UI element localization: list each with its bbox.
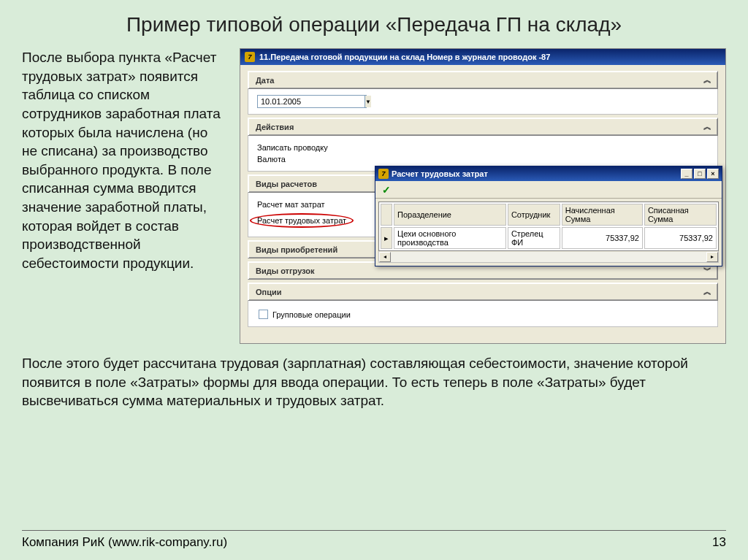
section-header-options[interactable]: Опции ︽ <box>248 283 718 301</box>
minimize-button[interactable]: _ <box>681 169 692 179</box>
labor-costs-grid[interactable]: Поразделение Сотрудник Начисленная Сумма… <box>378 202 719 251</box>
footer-company: Компания РиК (www.rik-company.ru) <box>22 535 227 550</box>
action-currency[interactable]: Валюта <box>257 153 709 165</box>
section-content-date: ▼ <box>248 89 718 115</box>
bottom-description: После этого будет рассчитана трудовая (з… <box>0 344 748 416</box>
actions-label: Действия <box>256 123 294 131</box>
scroll-left-button[interactable]: ◂ <box>379 252 391 262</box>
group-ops-checkbox[interactable] <box>259 310 268 319</box>
popup-toolbar: ✓ <box>375 181 722 199</box>
grid-scrollbar[interactable]: ◂ ▸ <box>378 251 719 263</box>
scroll-track[interactable] <box>391 252 706 262</box>
cell-written[interactable]: 75337,92 <box>644 227 717 249</box>
check-icon: ✓ <box>382 184 391 196</box>
col-accrued[interactable]: Начисленная Сумма <box>562 204 643 226</box>
collapse-icon: ︽ <box>703 121 710 132</box>
calc-labor-highlight: Расчет трудовых затрат <box>257 216 346 225</box>
date-input[interactable]: ▼ <box>257 95 367 108</box>
date-label: Дата <box>256 76 274 85</box>
collapse-icon: ︽ <box>703 286 710 297</box>
maximize-button[interactable]: □ <box>694 169 706 179</box>
col-dept[interactable]: Поразделение <box>394 204 506 226</box>
grid-indicator-header <box>381 204 392 226</box>
col-emp[interactable]: Сотрудник <box>508 204 560 226</box>
calc-types-label: Виды расчетов <box>256 180 317 188</box>
scroll-right-button[interactable]: ▸ <box>706 252 718 262</box>
labor-costs-popup: 7 Расчет трудовых затрат _ □ × ✓ Поразде… <box>375 166 722 266</box>
section-content-options: Групповые операции <box>248 301 718 327</box>
popup-titlebar[interactable]: 7 Расчет трудовых затрат _ □ × <box>375 166 722 181</box>
app-icon: 7 <box>245 52 255 62</box>
expand-icon: ︾ <box>703 265 710 276</box>
acq-types-label: Виды приобретений <box>256 245 337 254</box>
row-indicator-icon: ▸ <box>381 227 392 249</box>
footer-page-number: 13 <box>712 535 726 550</box>
section-header-actions[interactable]: Действия ︽ <box>248 118 718 136</box>
cell-emp[interactable]: Стрелец ФИ <box>508 227 560 249</box>
popup-icon: 7 <box>378 169 389 179</box>
window-buttons: _ □ × <box>681 169 719 179</box>
slide-footer: Компания РиК (www.rik-company.ru) 13 <box>22 530 726 550</box>
group-ops-row[interactable]: Групповые операции <box>257 307 709 321</box>
col-written[interactable]: Списанная Сумма <box>644 204 717 226</box>
slide-title: Пример типовой операции «Передача ГП на … <box>0 0 748 42</box>
popup-title-text: Расчет трудовых затрат <box>392 169 488 178</box>
app-window: 7 11.Передача готовой продукции на склад… <box>240 48 726 344</box>
section-header-date[interactable]: Дата ︽ <box>248 71 718 89</box>
collapse-icon: ︽ <box>703 74 710 85</box>
close-button[interactable]: × <box>707 169 719 179</box>
options-label: Опции <box>256 288 282 296</box>
cell-dept[interactable]: Цехи основного производства <box>394 227 506 249</box>
left-description: После выбора пункта «Расчет трудовых зат… <box>22 48 226 344</box>
action-write-entry[interactable]: Записать проводку <box>257 142 709 153</box>
content-row: После выбора пункта «Расчет трудовых зат… <box>0 42 748 344</box>
ship-types-label: Виды отгрузок <box>256 266 315 275</box>
cell-accrued[interactable]: 75337,92 <box>562 227 643 249</box>
app-title-text: 11.Передача готовой продукции на склад Н… <box>259 53 550 61</box>
table-row[interactable]: ▸ Цехи основного производства Стрелец ФИ… <box>381 227 717 249</box>
group-ops-label: Групповые операции <box>272 310 351 319</box>
popup-grid-wrap: Поразделение Сотрудник Начисленная Сумма… <box>375 199 722 266</box>
app-titlebar: 7 11.Передача готовой продукции на склад… <box>240 49 725 65</box>
date-field[interactable] <box>258 96 365 107</box>
date-dropdown-button[interactable]: ▼ <box>365 96 371 107</box>
confirm-button[interactable]: ✓ <box>378 183 394 197</box>
